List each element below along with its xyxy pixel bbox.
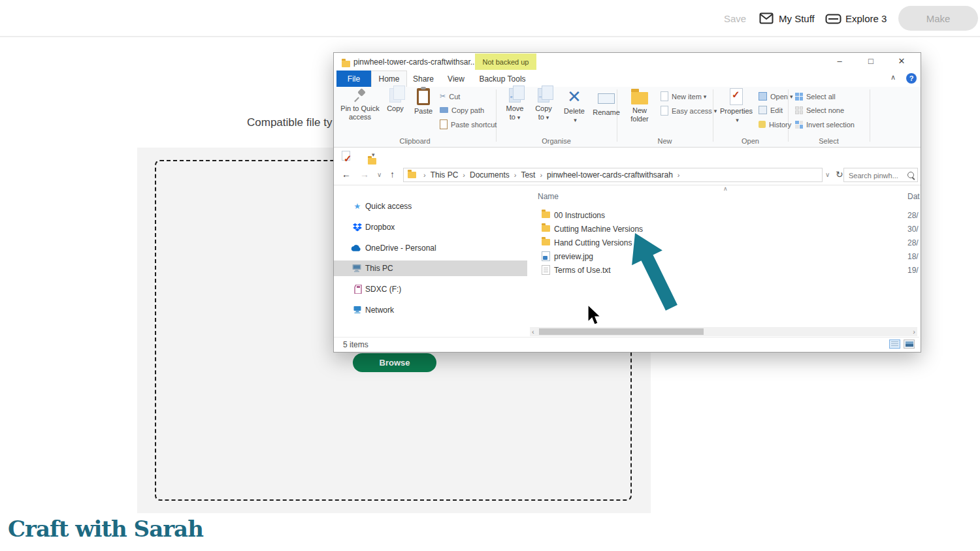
paste-button[interactable]: Paste: [410, 88, 437, 116]
forward-icon[interactable]: [360, 169, 369, 180]
address-dropdown-icon[interactable]: [825, 171, 830, 178]
network-icon: [352, 306, 363, 314]
not-backed-up-badge: Not backed up: [475, 54, 536, 70]
folder-icon: [342, 61, 350, 67]
tab-view[interactable]: View: [440, 71, 472, 87]
sidebar-item-quick-access[interactable]: Quick access: [334, 198, 527, 214]
move-to-icon: [509, 88, 521, 102]
make-button[interactable]: Make: [898, 6, 978, 31]
my-stuff-button[interactable]: My Stuff: [779, 13, 815, 24]
open-button[interactable]: Open: [759, 91, 792, 102]
text-file-icon: [542, 265, 550, 275]
breadcrumb-this-pc[interactable]: This PC: [431, 170, 459, 180]
group-separator: [496, 89, 497, 142]
paste-shortcut-button[interactable]: Paste shortcut: [440, 119, 497, 130]
select-none-button[interactable]: Select none: [795, 104, 844, 116]
easy-access-icon: [661, 106, 668, 116]
paste-icon: [417, 88, 430, 105]
file-row[interactable]: Hand Cutting Versions 28/: [530, 237, 919, 249]
minimize-button[interactable]: [832, 55, 847, 68]
refresh-icon[interactable]: [836, 169, 843, 180]
file-row[interactable]: preview.jpg 18/: [530, 251, 919, 263]
maximize-button[interactable]: [864, 55, 878, 68]
file-row[interactable]: 00 Instructions 28/: [530, 210, 919, 222]
delete-button[interactable]: Delete: [560, 88, 589, 125]
select-all-icon: [795, 93, 803, 101]
tab-share[interactable]: Share: [407, 71, 440, 87]
sidebar-item-network[interactable]: Network: [334, 302, 527, 318]
dropbox-icon: [352, 223, 363, 232]
copy-icon: [389, 88, 401, 102]
qat-folder-icon[interactable]: [368, 158, 376, 165]
sidebar-item-this-pc[interactable]: This PC: [334, 260, 527, 276]
select-group-label: Select: [788, 137, 870, 145]
properties-button[interactable]: Properties: [718, 88, 755, 125]
search-box[interactable]: [843, 168, 918, 182]
up-icon[interactable]: [390, 169, 395, 180]
scroll-right-icon[interactable]: [913, 327, 915, 336]
file-row[interactable]: Cutting Machine Versions 30/: [530, 223, 919, 236]
move-to-button[interactable]: Moveto: [501, 88, 529, 122]
ribbon-tabs: File Home Share View Backup Tools ?: [334, 71, 921, 87]
breadcrumb-test[interactable]: Test: [521, 170, 535, 180]
sidebar-item-sdxc[interactable]: SDXC (F:): [334, 281, 527, 297]
folder-icon: [542, 212, 550, 218]
sidebar-item-onedrive[interactable]: OneDrive - Personal: [334, 240, 527, 256]
new-item-button[interactable]: New item: [661, 91, 706, 102]
explore-button[interactable]: Explore 3: [845, 13, 887, 24]
copy-path-icon: [440, 107, 448, 113]
thumbnail-view-toggle[interactable]: [904, 339, 915, 349]
cut-button[interactable]: Cut: [440, 91, 460, 102]
edit-button[interactable]: Edit: [759, 104, 783, 116]
recent-locations-icon[interactable]: [377, 171, 382, 178]
scissors-icon: [440, 92, 446, 101]
crumb-sep-icon: [540, 171, 542, 179]
copy-button[interactable]: Copy: [382, 88, 408, 113]
column-header-name[interactable]: Name: [538, 192, 559, 201]
app-header: Save My Stuff Explore 3 Make: [0, 0, 980, 37]
edit-icon: [759, 106, 767, 114]
search-input[interactable]: [847, 169, 907, 182]
tab-home[interactable]: Home: [371, 71, 407, 87]
scrollbar-thumb[interactable]: [539, 328, 704, 335]
breadcrumb-current-folder[interactable]: pinwheel-tower-cards-craftwithsarah: [547, 170, 673, 180]
close-button[interactable]: [894, 55, 909, 68]
rename-button[interactable]: Rename: [590, 88, 623, 117]
qat-dropdown-icon[interactable]: [372, 151, 375, 158]
tab-file[interactable]: File: [336, 71, 371, 87]
search-icon[interactable]: [907, 172, 914, 178]
mouse-cursor-icon: [587, 304, 604, 326]
scroll-left-icon[interactable]: [532, 327, 534, 336]
qat-properties-icon[interactable]: [342, 151, 350, 161]
window-title: pinwheel-tower-cards-craftwithsar...: [353, 57, 477, 67]
rename-icon: [598, 93, 615, 104]
easy-access-button[interactable]: Easy access: [661, 105, 717, 116]
invert-selection-button[interactable]: Invert selection: [795, 119, 855, 130]
window-titlebar[interactable]: pinwheel-tower-cards-craftwithsar... Not…: [334, 53, 921, 71]
breadcrumb[interactable]: This PC Documents Test pinwheel-tower-ca…: [403, 168, 823, 182]
select-all-button[interactable]: Select all: [795, 91, 836, 102]
organise-group-label: Organise: [496, 137, 617, 145]
mail-icon: [759, 12, 774, 24]
crumb-sep-icon: [678, 171, 680, 179]
browse-button[interactable]: Browse: [353, 353, 436, 372]
copy-path-button[interactable]: Copy path: [440, 104, 484, 116]
help-icon[interactable]: ?: [906, 73, 917, 84]
column-header-date[interactable]: Dat: [907, 192, 920, 201]
pin-to-quick-access-button[interactable]: Pin to Quickaccess: [339, 88, 381, 121]
group-separator: [870, 89, 870, 142]
save-button[interactable]: Save: [724, 13, 746, 24]
image-file-icon: [542, 251, 550, 261]
collapse-ribbon-icon[interactable]: [890, 73, 896, 82]
horizontal-scrollbar[interactable]: [530, 327, 917, 336]
history-button[interactable]: History: [759, 119, 791, 130]
sort-ascending-icon[interactable]: [723, 185, 728, 192]
back-icon[interactable]: [342, 169, 351, 180]
new-folder-button[interactable]: Newfolder: [623, 88, 656, 123]
details-view-toggle[interactable]: [889, 339, 900, 349]
file-row[interactable]: Terms of Use.txt 19/: [530, 264, 919, 277]
sidebar-item-dropbox[interactable]: Dropbox: [334, 219, 527, 235]
copy-to-button[interactable]: Copyto: [530, 88, 557, 122]
breadcrumb-documents[interactable]: Documents: [470, 170, 510, 180]
tab-backup-tools[interactable]: Backup Tools: [472, 71, 532, 87]
